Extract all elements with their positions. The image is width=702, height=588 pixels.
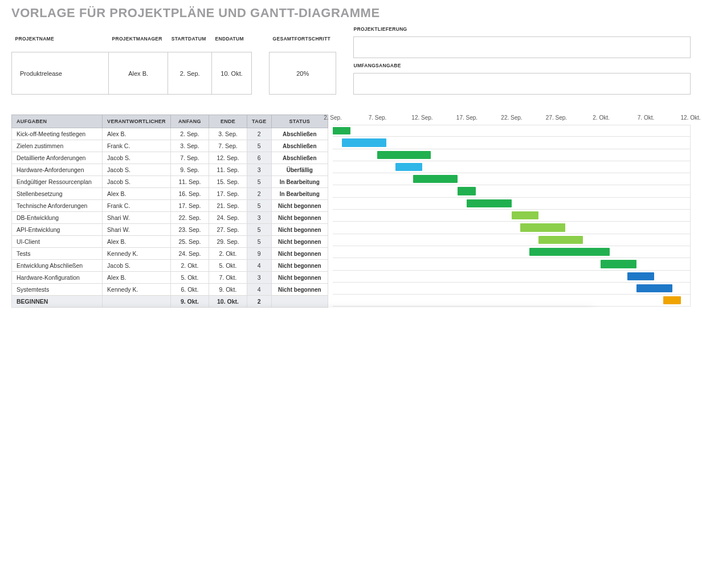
- task-name: Detaillierte Anforderungen: [12, 152, 103, 164]
- task-name: Zielen zustimmen: [12, 140, 103, 152]
- th-end: ENDE: [209, 115, 247, 128]
- task-end: 5. Okt.: [209, 260, 247, 272]
- gantt-bar[interactable]: [520, 223, 565, 231]
- task-row[interactable]: Kick-off-Meeting festlegenAlex B.2. Sep.…: [12, 128, 328, 140]
- task-table: AUFGABEN VERANTWORTLICHER ANFANG ENDE TA…: [11, 115, 328, 308]
- gantt-bar[interactable]: [395, 163, 422, 171]
- gantt-bar[interactable]: [627, 272, 654, 280]
- task-row[interactable]: Endgültiger RessourcenplanJacob S.11. Se…: [12, 176, 328, 188]
- task-status: In Bearbeitung: [271, 188, 328, 200]
- gantt-bar[interactable]: [601, 260, 636, 268]
- task-owner: Kennedy K.: [103, 248, 171, 260]
- gantt-bar[interactable]: [512, 211, 538, 219]
- task-status: Überfällig: [271, 164, 328, 176]
- task-row[interactable]: TestsKennedy K.24. Sep.2. Okt.9Nicht beg…: [12, 248, 328, 260]
- task-row[interactable]: Technische AnforderungenFrank C.17. Sep.…: [12, 200, 328, 212]
- gantt-row: [333, 125, 691, 137]
- gantt-row: [333, 234, 691, 246]
- task-start: 11. Sep.: [170, 176, 209, 188]
- gantt-row: [333, 258, 691, 270]
- task-days: 5: [247, 224, 272, 236]
- task-row[interactable]: SystemtestsKennedy K.6. Okt.9. Okt.4Nich…: [12, 284, 328, 296]
- gantt-bar[interactable]: [377, 151, 431, 159]
- task-days: 2: [247, 128, 272, 140]
- task-start: 6. Okt.: [170, 284, 209, 296]
- label-startdate: STARTDATUM: [168, 26, 212, 52]
- task-days: 5: [247, 140, 272, 152]
- gantt-bar[interactable]: [529, 248, 610, 256]
- task-start: 16. Sep.: [170, 188, 209, 200]
- task-status: Abschließen: [271, 128, 328, 140]
- page-title: VORLAGE FÜR PROJEKTPLÄNE UND GANTT-DIAGR…: [11, 6, 691, 21]
- task-status: Nicht begonnen: [271, 224, 328, 236]
- task-row[interactable]: Detaillierte AnforderungenJacob S.7. Sep…: [12, 152, 328, 164]
- task-owner: Jacob S.: [103, 152, 171, 164]
- gantt-bar[interactable]: [467, 199, 511, 207]
- gantt-bar[interactable]: [333, 127, 350, 134]
- th-start: ANFANG: [170, 115, 209, 128]
- task-name: Stellenbesetzung: [12, 188, 103, 200]
- task-row[interactable]: Zielen zustimmenFrank C.3. Sep.7. Sep.5A…: [12, 140, 328, 152]
- task-days: 3: [247, 272, 272, 284]
- task-name: Hardware-Konfiguration: [12, 272, 103, 284]
- task-owner: Jacob S.: [103, 164, 171, 176]
- project-info-left: PROJEKTNAME PROJEKTMANAGER STARTDATUM EN…: [11, 26, 252, 95]
- task-start: 25. Sep.: [170, 236, 209, 248]
- task-row[interactable]: DB-EntwicklungShari W.22. Sep.24. Sep.3N…: [12, 212, 328, 224]
- gantt-tick-label: 27. Sep.: [546, 115, 567, 121]
- delivery-input[interactable]: [353, 36, 691, 58]
- label-projectname: PROJEKTNAME: [12, 26, 109, 52]
- task-row[interactable]: Entwicklung AbschließenJacob S.2. Okt.5.…: [12, 260, 328, 272]
- task-row-summary: BEGINNEN9. Okt.10. Okt.2: [12, 296, 328, 308]
- task-start: 3. Sep.: [170, 140, 209, 152]
- project-start[interactable]: 2. Sep.: [168, 52, 212, 95]
- task-start: 22. Sep.: [170, 212, 209, 224]
- task-row[interactable]: API-EntwicklungShari W.23. Sep.27. Sep.5…: [12, 224, 328, 236]
- gantt-bar[interactable]: [663, 296, 681, 304]
- task-owner: Jacob S.: [103, 176, 171, 188]
- task-owner: Alex B.: [103, 236, 171, 248]
- task-start: 23. Sep.: [170, 224, 209, 236]
- task-status: Abschließen: [271, 152, 328, 164]
- task-row[interactable]: Hardware-AnforderungenJacob S.9. Sep.11.…: [12, 164, 328, 176]
- project-end[interactable]: 10. Okt.: [212, 52, 252, 95]
- task-start: 9. Sep.: [170, 164, 209, 176]
- task-row[interactable]: UI-ClientAlex B.25. Sep.29. Sep.5Nicht b…: [12, 236, 328, 248]
- gantt-bar[interactable]: [538, 236, 583, 244]
- project-name[interactable]: Produktrelease: [12, 52, 109, 95]
- label-scope: UMFANGSANGABE: [353, 63, 691, 68]
- task-name: Technische Anforderungen: [12, 200, 103, 212]
- task-row[interactable]: Hardware-KonfigurationAlex B.5. Okt.7. O…: [12, 272, 328, 284]
- task-days: 9: [247, 248, 272, 260]
- task-end: 21. Sep.: [209, 200, 247, 212]
- project-manager[interactable]: Alex B.: [109, 52, 168, 95]
- task-end: 27. Sep.: [209, 224, 247, 236]
- scope-input[interactable]: [353, 73, 691, 95]
- gantt-bar[interactable]: [458, 187, 475, 195]
- task-name: Endgültiger Ressourcenplan: [12, 176, 103, 188]
- summary-label: BEGINNEN: [12, 296, 103, 308]
- task-status: Abschließen: [271, 140, 328, 152]
- gantt-bar[interactable]: [413, 175, 458, 183]
- task-start: 2. Okt.: [170, 260, 209, 272]
- task-days: 2: [247, 188, 272, 200]
- gantt-row: [333, 246, 691, 258]
- task-start: 2. Sep.: [170, 128, 209, 140]
- gantt-tick-label: 7. Sep.: [369, 115, 387, 121]
- gantt-row: [333, 210, 691, 222]
- task-status: Nicht begonnen: [271, 284, 328, 296]
- task-row[interactable]: StellenbesetzungAlex B.16. Sep.17. Sep.2…: [12, 188, 328, 200]
- gantt-bar[interactable]: [636, 284, 672, 292]
- gantt-row: [333, 173, 691, 185]
- gantt-tick-label: 2. Sep.: [324, 115, 342, 121]
- task-status: Nicht begonnen: [271, 200, 328, 212]
- project-progress[interactable]: 20%: [270, 52, 336, 95]
- project-info: PROJEKTNAME PROJEKTMANAGER STARTDATUM EN…: [11, 26, 691, 95]
- task-days: 3: [247, 164, 272, 176]
- task-end: 3. Sep.: [209, 128, 247, 140]
- gantt-bar[interactable]: [342, 138, 386, 146]
- task-start: 17. Sep.: [170, 200, 209, 212]
- th-owner: VERANTWORTLICHER: [103, 115, 171, 128]
- label-projectmanager: PROJEKTMANAGER: [109, 26, 168, 52]
- gantt-tick-label: 12. Okt.: [680, 115, 700, 121]
